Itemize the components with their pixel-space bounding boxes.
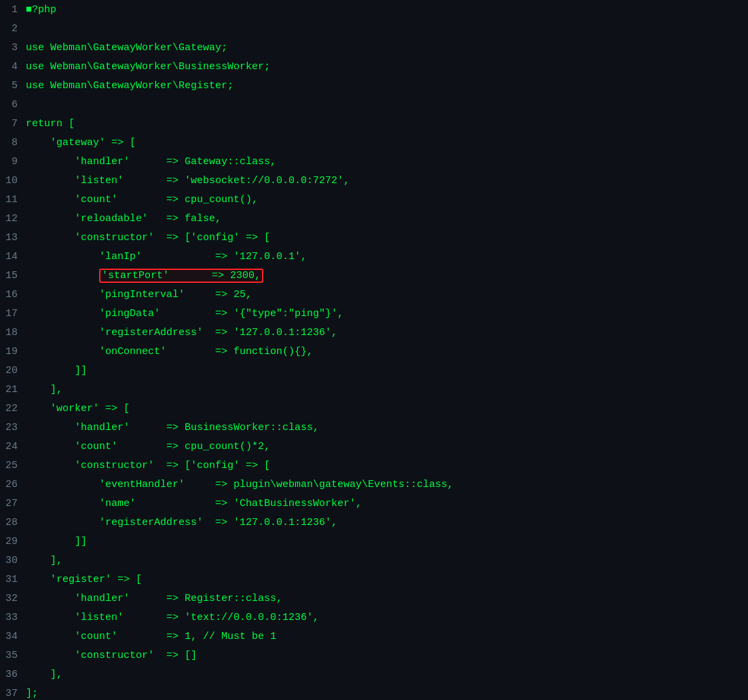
line-number: 23 [0,422,26,433]
line-content: 'pingData' => '{"type":"ping"}', [26,308,748,319]
code-line: 33 'listen' => 'text://0.0.0.0:1236', [0,608,748,627]
code-line: 22 'worker' => [ [0,399,748,418]
line-content: 'count' => cpu_count()*2, [26,441,748,452]
line-number: 16 [0,289,26,300]
line-content: 'reloadable' => false, [26,213,748,225]
code-line: 24 'count' => cpu_count()*2, [0,437,748,456]
line-number: 20 [0,365,26,376]
code-line: 11 'count' => cpu_count(), [0,190,748,209]
line-content: 'handler' => Register::class, [26,593,748,604]
code-line: 19 'onConnect' => function(){}, [0,342,748,361]
line-content: 'listen' => 'text://0.0.0.0:1236', [26,612,748,623]
line-number: 33 [0,612,26,623]
line-content: ■?php [26,4,748,16]
line-number: 25 [0,460,26,471]
line-number: 24 [0,441,26,452]
line-number: 13 [0,232,26,244]
line-number: 19 [0,346,26,357]
code-line: 35 'constructor' => [] [0,646,748,665]
code-line: 36 ], [0,665,748,684]
line-number: 2 [0,23,26,35]
line-content: use Webman\GatewayWorker\Gateway; [26,42,748,54]
line-number: 35 [0,650,26,661]
line-content: 'handler' => BusinessWorker::class, [26,422,748,433]
code-line: 1■?php [0,0,748,19]
line-number: 6 [0,99,26,111]
line-content: 'handler' => Gateway::class, [26,156,748,168]
line-content: 'registerAddress' => '127.0.0.1:1236', [26,327,748,338]
line-number: 4 [0,61,26,73]
line-content: 'pingInterval' => 25, [26,289,748,300]
line-content: 'gateway' => [ [26,137,748,149]
line-content: 'constructor' => ['config' => [ [26,460,748,471]
line-number: 5 [0,80,26,92]
line-content: 'constructor' => ['config' => [ [26,232,748,244]
line-number: 9 [0,156,26,168]
code-line: 27 'name' => 'ChatBusinessWorker', [0,494,748,513]
code-line: 6 [0,95,748,114]
line-content: 'eventHandler' => plugin\webman\gateway\… [26,479,748,490]
code-line: 9 'handler' => Gateway::class, [0,152,748,171]
line-content: return [ [26,118,748,130]
line-number: 29 [0,536,26,547]
line-number: 37 [0,688,26,699]
code-line: 23 'handler' => BusinessWorker::class, [0,418,748,437]
code-line: 16 'pingInterval' => 25, [0,285,748,304]
line-number: 31 [0,574,26,585]
line-content: 'startPort' => 2300, [26,269,748,283]
line-content: 'count' => 1, // Must be 1 [26,631,748,642]
code-line: 25 'constructor' => ['config' => [ [0,456,748,475]
code-line: 32 'handler' => Register::class, [0,589,748,608]
line-number: 32 [0,593,26,604]
code-line: 34 'count' => 1, // Must be 1 [0,627,748,646]
code-line: 37]; [0,684,748,700]
line-number: 21 [0,384,26,395]
code-line: 5use Webman\GatewayWorker\Register; [0,76,748,95]
line-number: 1 [0,4,26,16]
code-line: 30 ], [0,551,748,570]
code-line: 14 'lanIp' => '127.0.0.1', [0,247,748,266]
line-content: ], [26,384,748,395]
line-content: 'registerAddress' => '127.0.0.1:1236', [26,517,748,528]
line-content: ]] [26,536,748,547]
line-number: 12 [0,213,26,225]
line-number: 15 [0,270,26,281]
line-content: ], [26,555,748,566]
line-number: 18 [0,327,26,338]
line-content: ], [26,669,748,680]
line-number: 34 [0,631,26,642]
line-number: 27 [0,498,26,509]
line-number: 36 [0,669,26,680]
code-line: 3use Webman\GatewayWorker\Gateway; [0,38,748,57]
code-line: 29 ]] [0,532,748,551]
line-content: ]; [26,688,748,699]
line-number: 7 [0,118,26,130]
line-number: 26 [0,479,26,490]
line-content: ]] [26,365,748,376]
code-line: 28 'registerAddress' => '127.0.0.1:1236'… [0,513,748,532]
line-number: 11 [0,194,26,206]
line-content: 'register' => [ [26,574,748,585]
line-content: 'lanIp' => '127.0.0.1', [26,251,748,262]
line-content: 'listen' => 'websocket://0.0.0.0:7272', [26,175,748,187]
code-line: 12 'reloadable' => false, [0,209,748,228]
code-line: 13 'constructor' => ['config' => [ [0,228,748,247]
line-content: 'name' => 'ChatBusinessWorker', [26,498,748,509]
line-content: use Webman\GatewayWorker\Register; [26,80,748,92]
code-line: 4use Webman\GatewayWorker\BusinessWorker… [0,57,748,76]
code-line: 7return [ [0,114,748,133]
code-line: 31 'register' => [ [0,570,748,589]
highlighted-code: 'startPort' => 2300, [99,269,263,283]
code-editor: 1■?php23use Webman\GatewayWorker\Gateway… [0,0,748,700]
code-line: 10 'listen' => 'websocket://0.0.0.0:7272… [0,171,748,190]
line-number: 17 [0,308,26,319]
line-number: 28 [0,517,26,528]
code-line: 21 ], [0,380,748,399]
line-number: 8 [0,137,26,149]
code-line: 8 'gateway' => [ [0,133,748,152]
line-content: 'count' => cpu_count(), [26,194,748,206]
line-number: 14 [0,251,26,262]
line-number: 22 [0,403,26,414]
code-line: 20 ]] [0,361,748,380]
line-content: 'onConnect' => function(){}, [26,346,748,357]
